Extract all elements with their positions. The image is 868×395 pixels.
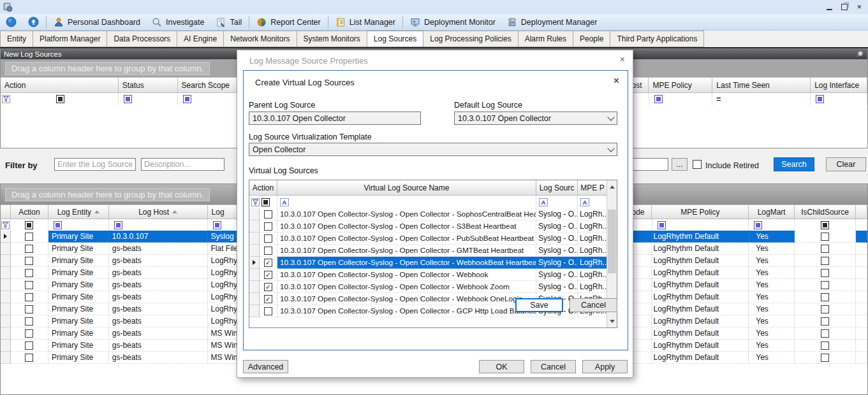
scrollbar-thumb[interactable] [608, 210, 616, 273]
virtual-log-source-row[interactable]: ✓ 10.3.0.107 Open Collector-Syslog - Ope… [249, 257, 617, 269]
filter-cell-ischild[interactable] [795, 219, 856, 231]
select-all-checkbox[interactable] [56, 95, 64, 103]
filter-cell-action[interactable] [1, 93, 119, 105]
action-cell[interactable] [11, 352, 48, 364]
action-cell[interactable] [260, 245, 277, 257]
row-selector[interactable] [1, 303, 11, 315]
row-selector[interactable] [249, 208, 260, 220]
row-selector[interactable] [1, 255, 11, 267]
tab[interactable]: Log Processing Policies [423, 31, 518, 47]
column-header-mpe[interactable]: MPE P [578, 180, 608, 196]
ischildsource-cell[interactable] [795, 315, 856, 327]
filter-cell-mpe[interactable] [649, 93, 713, 105]
action-cell[interactable] [11, 231, 48, 243]
ischild-checkbox[interactable] [821, 329, 829, 338]
action-cell[interactable]: ✓ [260, 281, 277, 293]
clear-button[interactable]: Clear [826, 157, 866, 171]
action-cell[interactable] [11, 243, 48, 255]
column-header-log-source[interactable]: Log Sourc [536, 180, 578, 196]
virtual-log-source-row[interactable]: 10.3.0.107 Open Collector-Syslog - Open … [249, 245, 617, 257]
row-selector[interactable] [1, 340, 11, 352]
row-selector[interactable] [249, 220, 260, 233]
row-selector[interactable] [249, 293, 260, 305]
restore-icon[interactable] [841, 4, 848, 10]
virtual-log-source-row[interactable]: ✓ 10.3.0.107 Open Collector-Syslog - Ope… [249, 269, 617, 281]
filter-cell-mpe[interactable]: A [578, 196, 608, 208]
tail-button[interactable]: Tail [210, 15, 247, 30]
tab[interactable]: Entity [0, 31, 33, 47]
cancel-button[interactable]: Cancel [531, 360, 576, 373]
ischild-checkbox[interactable] [821, 233, 829, 241]
row-checkbox[interactable] [25, 245, 33, 253]
row-selector[interactable] [1, 279, 11, 291]
action-cell[interactable] [11, 303, 48, 315]
tab[interactable]: Third Party Applications [610, 31, 704, 47]
filter-cell-entity[interactable] [48, 219, 109, 231]
template-select[interactable]: Open Collector [249, 143, 617, 156]
minimize-icon[interactable] [827, 4, 832, 10]
select-all-checkbox[interactable] [25, 221, 33, 229]
select-all-checkbox[interactable] [261, 198, 270, 206]
row-checkbox[interactable] [25, 281, 33, 289]
menu-item[interactable] [17, 6, 24, 8]
row-selector[interactable] [1, 352, 11, 364]
row-checkbox[interactable] [264, 210, 272, 219]
apply-button[interactable]: Apply [582, 360, 628, 373]
row-selector[interactable] [1, 327, 11, 340]
log-source-name-input[interactable] [54, 158, 136, 171]
ischildsource-cell[interactable] [795, 340, 856, 352]
column-header-status[interactable]: Status [119, 77, 178, 93]
scroll-up-icon[interactable] [607, 182, 617, 192]
filter-cell-source[interactable]: A [536, 196, 578, 208]
ischildsource-cell[interactable] [795, 243, 856, 255]
filter-funnel-cell[interactable] [1, 219, 11, 231]
filter-cell-mpe[interactable] [652, 219, 749, 231]
filter-funnel-icon[interactable] [1, 221, 10, 229]
tab[interactable]: People [573, 31, 610, 47]
save-button[interactable]: Save [515, 298, 563, 312]
ischildsource-cell[interactable] [795, 231, 856, 243]
row-checkbox[interactable] [264, 307, 272, 315]
ischild-checkbox[interactable] [821, 354, 829, 362]
filter-cell-status[interactable] [119, 93, 178, 105]
filter-funnel-icon[interactable] [251, 198, 260, 206]
report-center-button[interactable]: Report Center [251, 15, 327, 30]
row-checkbox[interactable] [25, 233, 33, 241]
dialog-close-icon[interactable]: × [620, 55, 625, 64]
action-cell[interactable]: ✓ [260, 293, 277, 305]
row-selector[interactable] [249, 269, 260, 281]
filter-cell-action[interactable] [11, 219, 48, 231]
ischildsource-cell[interactable] [795, 327, 856, 340]
ischild-checkbox[interactable] [821, 341, 829, 350]
virtual-log-source-row[interactable]: ✓ 10.3.0.107 Open Collector-Syslog - Ope… [249, 281, 617, 293]
action-cell[interactable] [11, 315, 48, 327]
home-button[interactable] [0, 15, 22, 30]
action-cell[interactable] [11, 340, 48, 352]
column-header-last-time-seen[interactable]: Last Time Seen [712, 77, 811, 93]
tab[interactable]: Data Processors [107, 31, 177, 47]
row-checkbox[interactable] [25, 354, 33, 362]
column-header-ischildsource[interactable]: IsChildSource [795, 205, 856, 219]
ischildsource-cell[interactable] [795, 255, 856, 267]
filter-cell-action[interactable] [249, 196, 277, 208]
row-checkbox[interactable]: ✓ [264, 259, 272, 267]
pin-icon[interactable] [855, 50, 864, 58]
row-selector[interactable] [1, 315, 11, 327]
action-cell[interactable] [11, 267, 48, 279]
tab[interactable]: AI Engine [177, 31, 224, 47]
column-header-log-entity[interactable]: Log Entity [48, 205, 109, 219]
close-icon[interactable]: × [857, 4, 862, 10]
row-checkbox[interactable]: ✓ [264, 283, 272, 291]
row-checkbox[interactable] [25, 317, 33, 326]
panel-cancel-button[interactable]: Cancel [570, 298, 617, 312]
row-selector[interactable] [1, 231, 11, 243]
action-cell[interactable]: ✓ [260, 269, 277, 281]
browse-button[interactable]: ... [672, 158, 688, 171]
filter-cell-last-seen[interactable]: = [712, 93, 811, 105]
action-cell[interactable] [260, 233, 277, 245]
row-checkbox[interactable] [25, 293, 33, 301]
row-checkbox[interactable] [25, 329, 33, 338]
action-cell[interactable] [260, 208, 277, 220]
ischild-checkbox[interactable] [821, 269, 829, 277]
ischild-checkbox[interactable] [821, 317, 829, 326]
